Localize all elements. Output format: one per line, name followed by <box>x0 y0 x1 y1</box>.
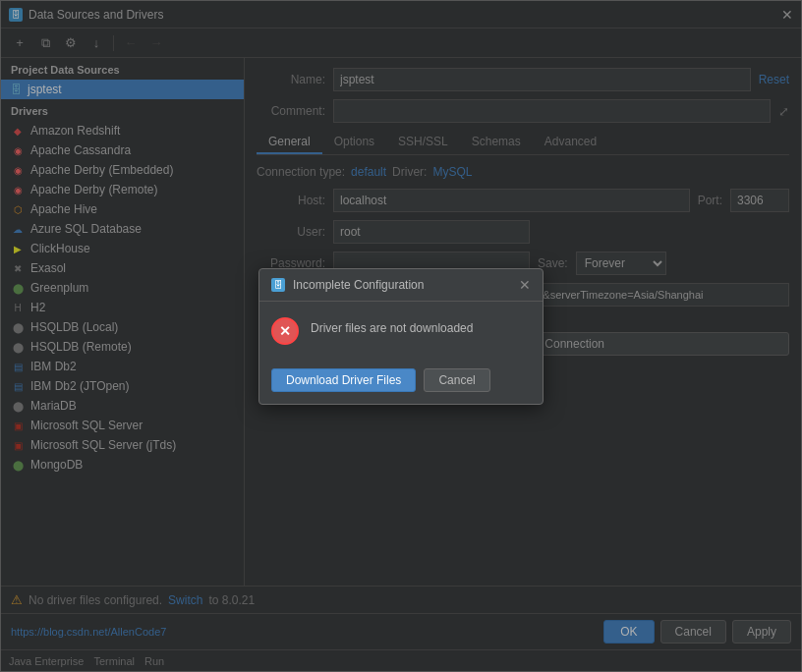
modal-title: Incomplete Configuration <box>293 278 424 292</box>
modal-body: ✕ Driver files are not downloaded <box>259 302 543 361</box>
error-icon: ✕ <box>271 317 299 345</box>
modal-icon: 🗄 <box>271 278 285 292</box>
modal-overlay: 🗄 Incomplete Configuration ✕ ✕ Driver fi… <box>1 1 801 671</box>
main-window: 🗄 Data Sources and Drivers ✕ + ⧉ ⚙ ↓ ← →… <box>0 0 802 672</box>
modal-header: 🗄 Incomplete Configuration ✕ <box>259 269 543 302</box>
modal-message: Driver files are not downloaded <box>311 317 473 335</box>
incomplete-config-dialog: 🗄 Incomplete Configuration ✕ ✕ Driver fi… <box>258 268 544 405</box>
download-driver-button[interactable]: Download Driver Files <box>271 368 416 392</box>
modal-footer: Download Driver Files Cancel <box>259 361 543 404</box>
modal-close-button[interactable]: ✕ <box>519 277 531 293</box>
modal-cancel-button[interactable]: Cancel <box>424 368 489 392</box>
